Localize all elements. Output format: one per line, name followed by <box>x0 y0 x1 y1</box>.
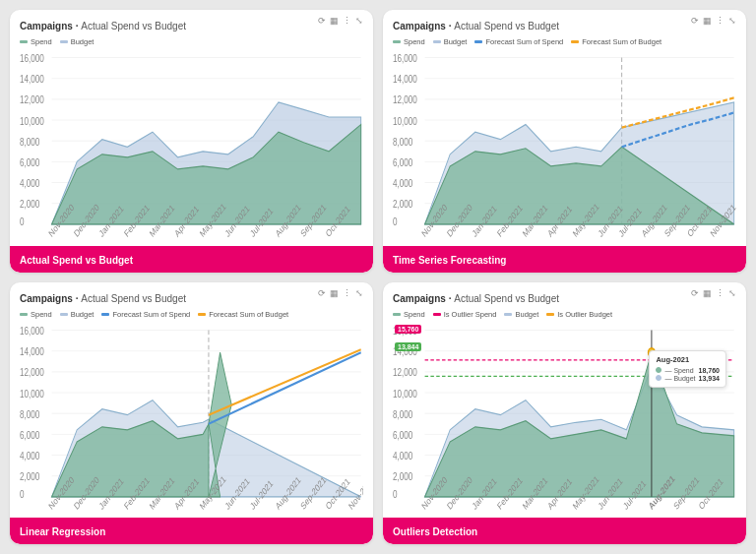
dashboard: Campaigns · Actual Spend vs Budget ⟳ ▦ ⋮… <box>0 0 756 554</box>
card-icons-2: ⟳ ▦ ⋮ ⤡ <box>691 16 736 26</box>
card-header-2: Campaigns · Actual Spend vs Budget ⟳ ▦ ⋮… <box>383 10 746 35</box>
chart-area-3: 16,000 14,000 12,000 10,000 8,000 6,000 … <box>10 321 373 519</box>
svg-text:6,000: 6,000 <box>20 428 39 440</box>
card-linear-regression: Campaigns · Actual Spend vs Budget ⟳ ▦ ⋮… <box>10 282 373 545</box>
chart-area-1: 16,000 14,000 12,000 10,000 8,000 6,000 … <box>10 48 373 246</box>
svg-text:16,000: 16,000 <box>20 325 44 337</box>
svg-text:16,000: 16,000 <box>393 52 417 64</box>
chart-area-2: 16,000 14,000 12,000 10,000 8,000 6,000 … <box>383 48 746 246</box>
chart-icon-1[interactable]: ▦ <box>330 16 339 26</box>
legend-4: Spend Is Outlier Spend Budget Is Outlier… <box>383 308 746 321</box>
expand-icon-2[interactable]: ⤡ <box>728 16 736 26</box>
outlier-value-2: 13,844 <box>395 342 421 351</box>
svg-text:12,000: 12,000 <box>393 93 417 105</box>
card-actual-spend: Campaigns · Actual Spend vs Budget ⟳ ▦ ⋮… <box>10 10 373 273</box>
legend-spend-4: Spend <box>393 310 425 319</box>
card-subtitle-2: Actual Spend vs Budget <box>454 21 559 31</box>
card-subtitle-1: Actual Spend vs Budget <box>81 21 186 31</box>
legend-budget-1: Budget <box>60 37 94 46</box>
svg-text:4,000: 4,000 <box>393 177 412 189</box>
card-title-group-4: Campaigns · Actual Spend vs Budget <box>393 288 559 306</box>
legend-forecast-spend-3: Forecast Sum of Spend <box>101 310 190 319</box>
svg-text:8,000: 8,000 <box>393 136 412 148</box>
svg-text:16,000: 16,000 <box>20 52 44 64</box>
card-header-3: Campaigns · Actual Spend vs Budget ⟳ ▦ ⋮… <box>10 282 373 308</box>
card-title-group-2: Campaigns · Actual Spend vs Budget <box>393 16 559 33</box>
legend-budget-4: Budget <box>504 310 538 319</box>
more-icon-3[interactable]: ⋮ <box>343 288 351 298</box>
legend-spend-3: Spend <box>20 310 52 319</box>
chart-svg-2: 16,000 14,000 12,000 10,000 8,000 6,000 … <box>393 50 736 244</box>
chart-area-4: 15,760 13,844 Aug-2021 — Spend 18,760 — … <box>383 321 746 519</box>
card-subtitle-3: Actual Spend vs Budget <box>81 293 186 304</box>
tooltip-title-4: Aug-2021 <box>656 355 720 364</box>
legend-outlier-spend-4: Is Outlier Spend <box>433 310 497 319</box>
more-icon-4[interactable]: ⋮ <box>716 288 724 298</box>
card-footer-3: Linear Regression <box>10 518 373 544</box>
legend-forecast-spend-2: Forecast Sum of Spend <box>474 37 563 46</box>
refresh-icon-4[interactable]: ⟳ <box>691 288 699 298</box>
card-time-series: Campaigns · Actual Spend vs Budget ⟳ ▦ ⋮… <box>383 10 746 273</box>
legend-budget-3: Budget <box>60 310 94 319</box>
svg-text:4,000: 4,000 <box>20 449 39 461</box>
chart-icon-2[interactable]: ▦ <box>703 16 712 26</box>
more-icon-2[interactable]: ⋮ <box>716 16 724 26</box>
card-footer-1: Actual Spend vs Budget <box>10 246 373 273</box>
svg-text:6,000: 6,000 <box>393 156 412 168</box>
legend-2: Spend Budget Forecast Sum of Spend Forec… <box>383 35 746 48</box>
legend-spend-2: Spend <box>393 37 425 46</box>
svg-text:8,000: 8,000 <box>20 136 39 148</box>
footer-label-2: Time Series Forecasting <box>393 255 506 266</box>
footer-label-3: Linear Regression <box>20 526 105 537</box>
svg-text:14,000: 14,000 <box>20 73 44 85</box>
chart-icon-4[interactable]: ▦ <box>703 288 712 298</box>
svg-text:2,000: 2,000 <box>393 198 412 210</box>
svg-text:0: 0 <box>20 488 25 500</box>
svg-line-89 <box>209 349 361 415</box>
expand-icon-1[interactable]: ⤡ <box>355 16 363 26</box>
expand-icon-4[interactable]: ⤡ <box>728 288 736 298</box>
refresh-icon-2[interactable]: ⟳ <box>691 16 699 26</box>
legend-outlier-budget-4: Is Outlier Budget <box>546 310 612 319</box>
chart-icon-3[interactable]: ▦ <box>330 288 339 298</box>
expand-icon-3[interactable]: ⤡ <box>355 288 363 298</box>
tooltip-budget-value: 13,934 <box>699 375 720 382</box>
card-header-1: Campaigns · Actual Spend vs Budget ⟳ ▦ ⋮… <box>10 10 373 35</box>
tooltip-row-spend: — Spend 18,760 <box>656 367 720 374</box>
card-subtitle-4: Actual Spend vs Budget <box>454 293 559 304</box>
legend-forecast-budget-3: Forecast Sum of Budget <box>198 310 288 319</box>
svg-text:12,000: 12,000 <box>393 366 417 378</box>
chart-svg-3: 16,000 14,000 12,000 10,000 8,000 6,000 … <box>20 323 363 517</box>
svg-text:12,000: 12,000 <box>20 366 44 378</box>
svg-text:0: 0 <box>20 215 25 227</box>
svg-text:10,000: 10,000 <box>20 114 44 126</box>
svg-text:6,000: 6,000 <box>20 156 39 168</box>
card-title-2: Campaigns · Actual Spend vs Budget <box>393 21 559 31</box>
svg-text:14,000: 14,000 <box>20 345 44 357</box>
svg-text:2,000: 2,000 <box>393 470 412 482</box>
legend-3: Spend Budget Forecast Sum of Spend Forec… <box>10 308 373 321</box>
svg-text:0: 0 <box>393 215 398 227</box>
card-title-4: Campaigns · Actual Spend vs Budget <box>393 293 559 304</box>
legend-forecast-budget-2: Forecast Sum of Budget <box>571 37 662 46</box>
svg-text:2,000: 2,000 <box>20 470 39 482</box>
refresh-icon-3[interactable]: ⟳ <box>318 288 326 298</box>
card-icons-4: ⟳ ▦ ⋮ ⤡ <box>691 288 736 298</box>
more-icon-1[interactable]: ⋮ <box>343 16 351 26</box>
legend-spend-1: Spend <box>20 37 52 46</box>
refresh-icon-1[interactable]: ⟳ <box>318 16 326 26</box>
svg-text:4,000: 4,000 <box>20 177 39 189</box>
chart-svg-1: 16,000 14,000 12,000 10,000 8,000 6,000 … <box>20 50 363 244</box>
legend-1: Spend Budget <box>10 35 373 48</box>
svg-text:12,000: 12,000 <box>20 93 44 105</box>
card-footer-2: Time Series Forecasting <box>383 246 746 273</box>
tooltip-spend-value: 18,760 <box>699 367 720 374</box>
card-title-group-3: Campaigns · Actual Spend vs Budget <box>20 288 186 306</box>
svg-text:8,000: 8,000 <box>393 407 412 419</box>
footer-label-4: Outliers Detection <box>393 526 477 537</box>
card-header-4: Campaigns · Actual Spend vs Budget ⟳ ▦ ⋮… <box>383 282 746 308</box>
card-title-1: Campaigns · Actual Spend vs Budget <box>20 21 186 31</box>
svg-text:0: 0 <box>393 488 398 500</box>
card-icons-1: ⟳ ▦ ⋮ ⤡ <box>318 16 363 26</box>
card-outliers: Campaigns · Actual Spend vs Budget ⟳ ▦ ⋮… <box>383 282 746 545</box>
